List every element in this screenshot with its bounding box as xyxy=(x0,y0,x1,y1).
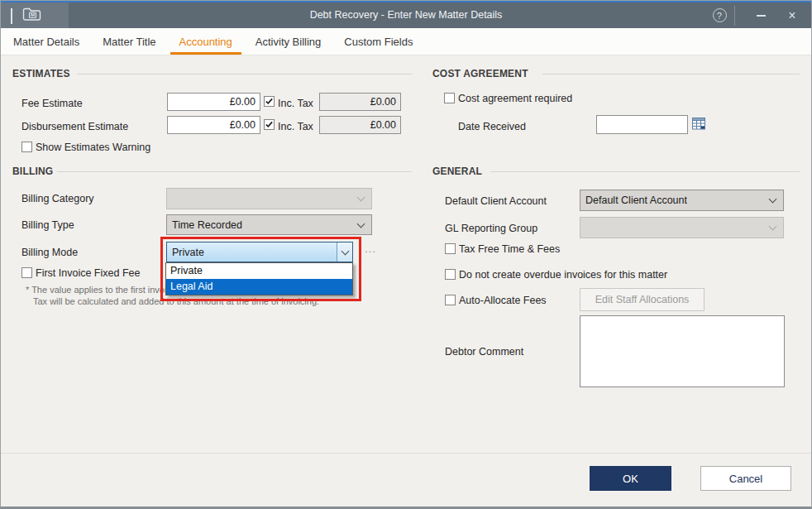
chevron-down-icon xyxy=(769,223,777,231)
titlebar-separator xyxy=(734,6,735,26)
fee-inc-tax-checkbox[interactable] xyxy=(264,96,275,107)
fee-estimate-input[interactable] xyxy=(167,93,260,111)
footer-separator xyxy=(1,453,811,454)
matter-folder-icon: M xyxy=(22,7,42,25)
date-received-label: Date Received xyxy=(458,121,526,132)
billing-mode-dropdown-button[interactable] xyxy=(337,242,352,262)
checkmark-icon xyxy=(265,120,274,129)
calendar-icon xyxy=(692,117,706,130)
billing-mode-label: Billing Mode xyxy=(21,247,78,258)
calendar-button[interactable] xyxy=(692,117,708,132)
fee-estimate-label: Fee Estimate xyxy=(21,98,83,109)
first-invoice-fixed-fee-label: First Invoice Fixed Fee xyxy=(36,267,140,279)
billing-type-combo[interactable]: Time Recorded xyxy=(166,214,372,235)
billing-section-header: BILLING xyxy=(12,166,53,177)
billing-category-combo xyxy=(166,188,372,209)
back-button[interactable] xyxy=(11,8,12,23)
billing-mode-ellipsis-button[interactable]: ... xyxy=(365,242,376,255)
billing-note-line2: Tax will be calculated and added to this… xyxy=(33,296,319,306)
new-matter-details-dialog: M Debt Recovery - Enter New Matter Detai… xyxy=(0,0,812,509)
minimize-button[interactable] xyxy=(750,2,771,28)
tax-free-label: Tax Free Time & Fees xyxy=(459,243,560,255)
billing-mode-combo[interactable]: Private xyxy=(166,242,353,262)
disbursement-estimate-tax-input xyxy=(319,116,401,134)
general-section-header: GENERAL xyxy=(432,166,482,177)
titlebar: M Debt Recovery - Enter New Matter Detai… xyxy=(1,1,811,28)
fee-estimate-tax-input xyxy=(319,93,401,111)
disbursement-estimate-input[interactable] xyxy=(167,116,260,134)
disbursement-inc-tax-checkbox[interactable] xyxy=(264,119,275,130)
billing-type-label: Billing Type xyxy=(21,219,74,231)
disbursement-inc-tax-label: Inc. Tax xyxy=(278,121,313,132)
first-invoice-fixed-fee-checkbox[interactable] xyxy=(21,267,32,278)
no-overdue-invoices-label: Do not create overdue invoices for this … xyxy=(459,269,667,281)
billing-mode-value: Private xyxy=(167,247,204,258)
dropdown-option-legal-aid[interactable]: Legal Aid xyxy=(166,279,352,295)
help-button[interactable]: ? xyxy=(710,2,728,28)
dropdown-option-private[interactable]: Private xyxy=(166,263,352,279)
show-estimates-warning-label: Show Estimates Warning xyxy=(36,142,150,153)
auto-allocate-fees-checkbox[interactable] xyxy=(445,295,456,305)
cost-agreement-required-label: Cost agreement required xyxy=(458,93,572,104)
cancel-button[interactable]: Cancel xyxy=(700,466,791,491)
tab-bar: Matter Details Matter Title Accounting A… xyxy=(1,28,811,55)
date-received-input[interactable] xyxy=(596,115,688,134)
tab-activity-billing[interactable]: Activity Billing xyxy=(246,28,330,55)
back-chevron-icon xyxy=(11,8,12,24)
billing-section-line xyxy=(57,171,412,172)
cost-agreement-required-checkbox[interactable] xyxy=(444,93,455,103)
gl-reporting-group-label: GL Reporting Group xyxy=(445,223,537,234)
titlebar-left-segment: M xyxy=(1,2,69,28)
chevron-down-icon xyxy=(357,194,365,202)
estimates-section-line xyxy=(77,74,412,74)
help-icon: ? xyxy=(713,8,727,22)
chevron-down-icon xyxy=(357,219,365,228)
tab-matter-details[interactable]: Matter Details xyxy=(4,28,88,55)
gl-reporting-group-combo xyxy=(580,217,784,238)
default-client-account-value: Default Client Account xyxy=(580,194,687,206)
close-icon: × xyxy=(788,8,795,23)
close-button[interactable]: × xyxy=(781,2,803,28)
cost-agreement-section-line xyxy=(542,74,800,74)
chevron-down-icon xyxy=(769,195,777,204)
estimates-section-header: ESTIMATES xyxy=(12,68,70,79)
fee-inc-tax-label: Inc. Tax xyxy=(278,98,313,109)
show-estimates-warning-checkbox[interactable] xyxy=(21,142,32,152)
tab-custom-fields[interactable]: Custom Fields xyxy=(335,28,422,55)
no-overdue-invoices-checkbox[interactable] xyxy=(445,269,456,280)
billing-category-label: Billing Category xyxy=(21,193,94,204)
debtor-comment-textarea[interactable] xyxy=(580,315,785,387)
tab-accounting[interactable]: Accounting xyxy=(170,28,241,55)
window-title: Debt Recovery - Enter New Matter Details xyxy=(1,2,811,28)
edit-staff-allocations-button: Edit Staff Allocations xyxy=(580,288,705,311)
auto-allocate-fees-label: Auto-Allocate Fees xyxy=(459,295,547,306)
default-client-account-combo[interactable]: Default Client Account xyxy=(580,190,784,211)
chevron-down-icon xyxy=(341,247,349,255)
disbursement-estimate-label: Disbursement Estimate xyxy=(21,121,128,132)
billing-mode-dropdown-list: Private Legal Aid xyxy=(165,262,353,295)
checkmark-icon xyxy=(265,97,274,106)
ok-button[interactable]: OK xyxy=(590,466,671,491)
default-client-account-label: Default Client Account xyxy=(445,195,547,207)
general-section-line xyxy=(490,171,800,172)
svg-text:M: M xyxy=(31,12,35,17)
tab-matter-title[interactable]: Matter Title xyxy=(93,28,165,55)
debtor-comment-label: Debtor Comment xyxy=(445,346,523,358)
billing-type-value: Time Recorded xyxy=(167,219,242,231)
tax-free-checkbox[interactable] xyxy=(445,243,456,254)
minimize-icon xyxy=(757,15,766,17)
cost-agreement-section-header: COST AGREEMENT xyxy=(432,68,528,79)
